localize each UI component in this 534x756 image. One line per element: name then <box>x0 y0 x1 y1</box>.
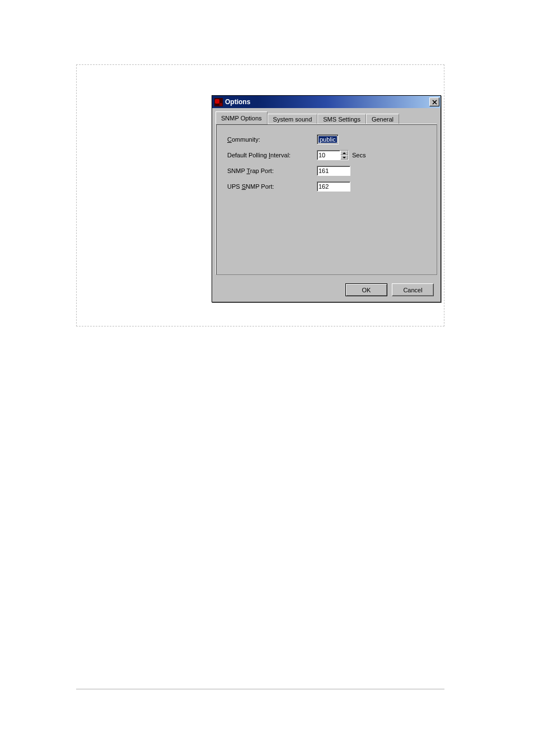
tab-system-sound[interactable]: System sound <box>268 114 318 124</box>
titlebar[interactable]: Options <box>212 96 441 108</box>
dialog-title: Options <box>225 98 429 106</box>
polling-label: Default Polling Interval: <box>227 152 317 158</box>
ups-port-label: UPS SNMP Port: <box>227 183 317 190</box>
polling-spinner <box>317 150 349 160</box>
close-button[interactable] <box>429 97 439 106</box>
options-dialog: Options SNMP Options System sound SMS Se… <box>212 95 441 302</box>
row-trap-port: SNMP Trap Port: <box>227 166 425 176</box>
tab-label: System sound <box>273 116 312 123</box>
tab-sms-settings[interactable]: SMS Settings <box>317 114 366 124</box>
community-label: Community: <box>227 136 317 143</box>
chevron-down-icon <box>343 157 346 158</box>
tab-panel-snmp: Community: public Default Polling Interv… <box>216 124 437 275</box>
tab-label: General <box>372 116 394 123</box>
tab-strip: SNMP Options System sound SMS Settings G… <box>212 108 441 124</box>
row-community: Community: public <box>227 134 425 144</box>
tab-label: SNMP Options <box>221 115 262 122</box>
polling-unit: Secs <box>352 152 366 158</box>
footer-line <box>76 689 444 689</box>
spinner-buttons <box>340 150 349 160</box>
tab-general[interactable]: General <box>366 114 399 124</box>
trap-port-label: SNMP Trap Port: <box>227 167 317 174</box>
trap-port-input[interactable] <box>317 166 350 176</box>
close-icon <box>432 100 437 105</box>
community-value: public <box>318 136 337 143</box>
app-icon <box>214 98 223 106</box>
spinner-up[interactable] <box>340 151 348 155</box>
tab-snmp-options[interactable]: SNMP Options <box>216 111 268 124</box>
ok-button[interactable]: OK <box>345 283 387 296</box>
community-input[interactable]: public <box>317 134 339 144</box>
ups-port-input[interactable] <box>317 181 350 192</box>
polling-input[interactable] <box>317 150 340 160</box>
chevron-up-icon <box>343 152 346 154</box>
cancel-button[interactable]: Cancel <box>392 283 434 296</box>
spinner-down[interactable] <box>340 155 348 160</box>
button-bar: OK Cancel <box>345 283 434 296</box>
row-polling-interval: Default Polling Interval: Secs <box>227 150 425 160</box>
tab-list: SNMP Options System sound SMS Settings G… <box>216 111 437 124</box>
tab-label: SMS Settings <box>323 116 360 123</box>
row-ups-port: UPS SNMP Port: <box>227 181 425 192</box>
